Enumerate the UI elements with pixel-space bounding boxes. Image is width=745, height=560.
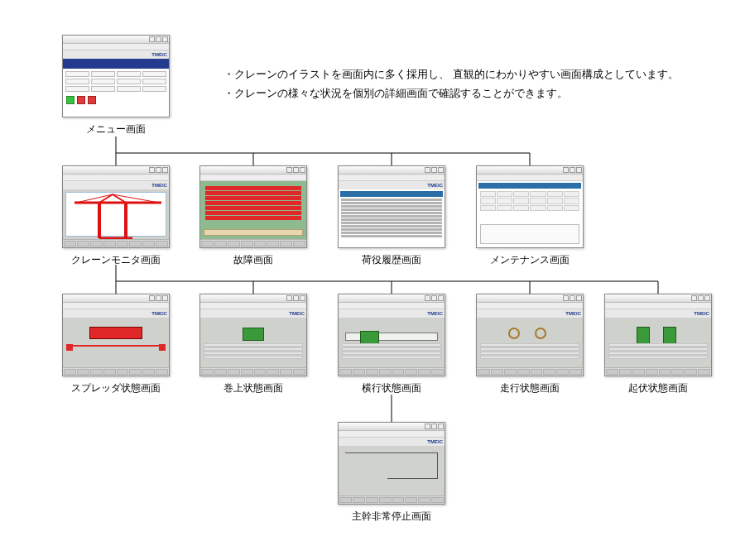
circuit-diagram-icon [345, 452, 438, 489]
thumb-menu-screen[interactable]: TMEIC [62, 35, 170, 117]
wheel-icon [508, 328, 520, 339]
lamp-red-icon [77, 96, 85, 104]
status-bar [204, 229, 303, 236]
label-maintenance: メンテナンス画面 [490, 253, 570, 267]
titlebar [63, 36, 169, 44]
thumb-traverse-status[interactable]: TMEIC [338, 294, 445, 376]
log-panel [480, 224, 579, 244]
thumb-crane-monitor[interactable]: TMEIC [62, 165, 170, 248]
node-traverse: TMEIC 横行状態画面 [338, 294, 445, 395]
description-text: ・クレーンのイラストを画面内に多く採用し、 直観的にわかりやすい画面構成としてい… [223, 65, 679, 103]
status-lamps [63, 94, 169, 106]
brand-logo: TMEIC [151, 52, 167, 57]
table-header [478, 183, 581, 189]
spreader-icon [89, 327, 142, 340]
label-spreader: スプレッダ状態画面 [71, 381, 161, 395]
label-monitor: クレーンモニタ画面 [71, 253, 161, 267]
description-line-1: ・クレーンのイラストを画面内に多く採用し、 直観的にわかりやすい画面構成としてい… [223, 65, 679, 84]
brand-logo: TMEIC [565, 311, 581, 316]
thumb-luffing-status[interactable]: TMEIC [604, 294, 712, 376]
node-spreader: TMEIC スプレッダ状態画面 [62, 294, 170, 395]
node-menu: TMEIC メニュー画面 [62, 35, 170, 136]
thumb-estop-screen[interactable]: TMEIC [338, 422, 445, 505]
crane-icon [66, 193, 166, 239]
thumb-travel-status[interactable]: TMEIC [476, 294, 584, 376]
brand-logo: TMEIC [427, 183, 443, 188]
maintenance-table [480, 191, 579, 211]
label-estop: 主幹非常停止画面 [352, 510, 431, 524]
brand-logo: TMEIC [151, 183, 167, 188]
wheel-icon [535, 328, 546, 339]
brand-logo: TMEIC [694, 311, 709, 316]
brand-logo: TMEIC [289, 311, 305, 316]
toolbar [63, 44, 169, 50]
lamp-red-icon [88, 96, 96, 104]
fault-list [205, 186, 301, 220]
label-luffing: 起伏状態画面 [628, 381, 688, 395]
node-luffing: TMEIC 起伏状態画面 [604, 294, 712, 395]
thumb-spreader-status[interactable]: TMEIC [62, 294, 170, 376]
thumb-hoist-status[interactable]: TMEIC [199, 294, 307, 376]
status-rows [480, 343, 579, 365]
blue-header-band [63, 59, 169, 69]
hoist-drum-icon [243, 328, 264, 341]
node-fault: 故障画面 [199, 165, 307, 267]
label-history: 荷役履歴画面 [362, 253, 421, 267]
lamp-green-icon [66, 96, 74, 104]
description-line-2: ・クレーンの様々な状況を個別の詳細画面で確認することができます。 [223, 84, 679, 103]
label-traverse: 横行状態画面 [362, 381, 421, 395]
thumb-maintenance-screen[interactable] [476, 165, 584, 248]
spreader-bar-icon [68, 345, 163, 347]
node-estop: TMEIC 主幹非常停止画面 [338, 422, 445, 524]
body [63, 59, 169, 117]
node-travel: TMEIC 走行状態画面 [476, 294, 584, 395]
status-rows [608, 343, 708, 365]
node-history: TMEIC 荷役履歴画面 [338, 165, 445, 267]
param-grid [63, 69, 169, 94]
label-menu: メニュー画面 [86, 122, 146, 136]
brand-logo: TMEIC [427, 311, 443, 316]
brand-bar: TMEIC [63, 50, 169, 59]
thumb-fault-screen[interactable] [199, 165, 307, 248]
crane-illustration [65, 192, 166, 237]
status-rows [204, 343, 303, 365]
node-hoist: TMEIC 巻上状態画面 [199, 294, 307, 395]
node-monitor: TMEIC クレーンモニタ画面 [62, 165, 170, 267]
status-rows [342, 343, 441, 365]
table-header [340, 191, 443, 197]
brand-logo: TMEIC [151, 311, 167, 316]
label-fault: 故障画面 [233, 253, 273, 267]
thumb-history-screen[interactable]: TMEIC [338, 165, 445, 248]
history-rows [341, 199, 442, 245]
brand-logo: TMEIC [427, 439, 443, 444]
label-hoist: 巻上状態画面 [223, 381, 283, 395]
label-travel: 走行状態画面 [500, 381, 560, 395]
node-maintenance: メンテナンス画面 [476, 165, 584, 267]
rail-icon [345, 333, 439, 341]
